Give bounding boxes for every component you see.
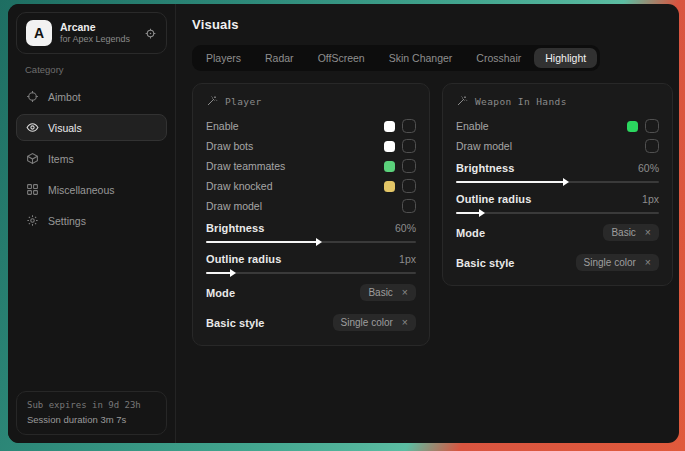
player-panel: Player Enable Draw bots bbox=[192, 83, 430, 346]
color-swatch[interactable] bbox=[627, 121, 638, 132]
session-duration-text: Session duration 3m 7s bbox=[27, 413, 156, 427]
slider-label: Brightness bbox=[206, 222, 264, 234]
toggle-label: Draw knocked bbox=[206, 180, 273, 192]
panels-row: Player Enable Draw bots bbox=[192, 83, 673, 346]
outline-radius-slider[interactable] bbox=[206, 272, 416, 274]
slider-thumb[interactable] bbox=[563, 178, 569, 186]
wand-icon bbox=[206, 95, 218, 107]
toggle-label: Draw model bbox=[456, 140, 512, 152]
select-label: Basic style bbox=[456, 257, 515, 269]
toggle-row-draw-knocked: Draw knocked bbox=[206, 176, 416, 196]
slider-label: Outline radius bbox=[206, 253, 281, 265]
color-swatch[interactable] bbox=[384, 181, 395, 192]
sidebar-item-label: Visuals bbox=[48, 122, 82, 134]
crosshair-icon bbox=[26, 90, 39, 103]
tag-value: Single color bbox=[584, 257, 636, 268]
app-logo-letter: A bbox=[34, 25, 44, 41]
box-icon bbox=[26, 152, 39, 165]
main-content: Visuals Players Radar OffScreen Skin Cha… bbox=[176, 4, 679, 443]
checkbox[interactable] bbox=[402, 179, 416, 193]
tab-skin-changer[interactable]: Skin Changer bbox=[378, 48, 464, 68]
toggle-row-draw-model: Draw model bbox=[206, 196, 416, 216]
slider-thumb[interactable] bbox=[479, 209, 485, 217]
checkbox[interactable] bbox=[645, 119, 659, 133]
toggle-label: Draw bots bbox=[206, 140, 253, 152]
desktop-background: A Arcane for Apex Legends Category bbox=[0, 0, 685, 451]
slider-thumb[interactable] bbox=[316, 238, 322, 246]
app-logo: A bbox=[26, 20, 52, 46]
basic-style-select-tag[interactable]: Single color × bbox=[333, 314, 416, 331]
tab-bar: Players Radar OffScreen Skin Changer Cro… bbox=[192, 45, 600, 71]
app-window: A Arcane for Apex Legends Category bbox=[8, 4, 679, 443]
tag-value: Basic bbox=[368, 287, 392, 298]
toggle-row-enable: Enable bbox=[456, 116, 659, 136]
app-subtitle: for Apex Legends bbox=[60, 34, 136, 45]
tab-players[interactable]: Players bbox=[195, 48, 252, 68]
category-label: Category bbox=[8, 64, 175, 75]
close-icon[interactable]: × bbox=[645, 257, 651, 268]
sidebar-item-visuals[interactable]: Visuals bbox=[16, 114, 167, 141]
brightness-slider-group: Brightness 60% bbox=[456, 159, 659, 183]
tab-highlight[interactable]: Highlight bbox=[534, 48, 597, 68]
sidebar-item-label: Aimbot bbox=[48, 91, 81, 103]
basic-style-select-tag[interactable]: Single color × bbox=[576, 254, 659, 271]
slider-thumb[interactable] bbox=[230, 269, 236, 277]
basic-style-select-row: Basic style Single color × bbox=[206, 311, 416, 334]
weapon-panel-header: Weapon In Hands bbox=[456, 95, 659, 107]
sidebar-item-label: Items bbox=[48, 153, 74, 165]
mode-select-row: Mode Basic × bbox=[206, 281, 416, 304]
toggle-row-draw-bots: Draw bots bbox=[206, 136, 416, 156]
checkbox[interactable] bbox=[402, 199, 416, 213]
tab-crosshair[interactable]: Crosshair bbox=[465, 48, 532, 68]
checkbox[interactable] bbox=[645, 139, 659, 153]
mode-select-row: Mode Basic × bbox=[456, 221, 659, 244]
tab-radar[interactable]: Radar bbox=[254, 48, 305, 68]
slider-value: 1px bbox=[399, 253, 416, 265]
player-panel-header: Player bbox=[206, 95, 416, 107]
toggle-label: Enable bbox=[456, 120, 489, 132]
close-icon[interactable]: × bbox=[402, 287, 408, 298]
mode-select-tag[interactable]: Basic × bbox=[360, 284, 416, 301]
sidebar-item-aimbot[interactable]: Aimbot bbox=[16, 83, 167, 110]
page-title: Visuals bbox=[192, 17, 673, 32]
toggle-row-draw-teammates: Draw teammates bbox=[206, 156, 416, 176]
brightness-slider[interactable] bbox=[456, 181, 659, 183]
app-title: Arcane bbox=[60, 21, 136, 34]
slider-value: 60% bbox=[638, 162, 659, 174]
close-icon[interactable]: × bbox=[402, 317, 408, 328]
toggle-row-draw-model: Draw model bbox=[456, 136, 659, 156]
outline-radius-slider-group: Outline radius 1px bbox=[456, 190, 659, 214]
brightness-slider-group: Brightness 60% bbox=[206, 219, 416, 243]
tag-value: Single color bbox=[341, 317, 393, 328]
sidebar-nav: Aimbot Visuals Items bbox=[8, 83, 175, 234]
mode-select-tag[interactable]: Basic × bbox=[603, 224, 659, 241]
sub-expires-text: Sub expires in 9d 23h bbox=[27, 399, 156, 413]
grid-icon bbox=[26, 183, 39, 196]
target-icon[interactable] bbox=[144, 27, 157, 40]
sidebar-item-miscellaneous[interactable]: Miscellaneous bbox=[16, 176, 167, 203]
toggle-row-enable: Enable bbox=[206, 116, 416, 136]
checkbox[interactable] bbox=[402, 159, 416, 173]
app-logo-text: Arcane for Apex Legends bbox=[60, 21, 136, 45]
gear-icon bbox=[26, 214, 39, 227]
tab-offscreen[interactable]: OffScreen bbox=[307, 48, 376, 68]
tag-value: Basic bbox=[611, 227, 635, 238]
panel-title: Player bbox=[225, 96, 262, 107]
session-info-card: Sub expires in 9d 23h Session duration 3… bbox=[16, 391, 167, 435]
outline-radius-slider-group: Outline radius 1px bbox=[206, 250, 416, 274]
toggle-label: Draw model bbox=[206, 200, 262, 212]
sidebar-item-settings[interactable]: Settings bbox=[16, 207, 167, 234]
sidebar-item-label: Miscellaneous bbox=[48, 184, 115, 196]
wand-icon bbox=[456, 95, 468, 107]
sidebar-item-items[interactable]: Items bbox=[16, 145, 167, 172]
outline-radius-slider[interactable] bbox=[456, 212, 659, 214]
color-swatch[interactable] bbox=[384, 121, 395, 132]
checkbox[interactable] bbox=[402, 139, 416, 153]
brightness-slider[interactable] bbox=[206, 241, 416, 243]
color-swatch[interactable] bbox=[384, 161, 395, 172]
basic-style-select-row: Basic style Single color × bbox=[456, 251, 659, 274]
close-icon[interactable]: × bbox=[645, 227, 651, 238]
color-swatch[interactable] bbox=[384, 141, 395, 152]
select-label: Mode bbox=[456, 227, 485, 239]
checkbox[interactable] bbox=[402, 119, 416, 133]
